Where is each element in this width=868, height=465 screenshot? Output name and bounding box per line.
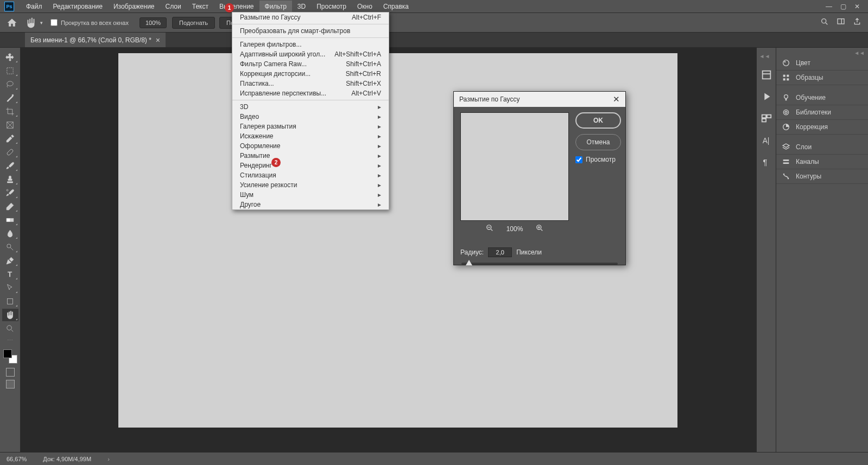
- filter-menu-item[interactable]: Искажение▸: [232, 131, 389, 141]
- filter-menu-item[interactable]: Коррекция дисторсии...Shift+Ctrl+R: [232, 69, 389, 79]
- status-zoom[interactable]: 66,67%: [7, 456, 27, 462]
- panel-adjustments[interactable]: Коррекция: [776, 120, 868, 135]
- hand-tool-icon[interactable]: [25, 17, 37, 29]
- panel-swatches[interactable]: Образцы: [776, 71, 868, 85]
- filter-menu-item[interactable]: Другое▸: [232, 200, 389, 209]
- zoom-tool[interactable]: [2, 322, 18, 335]
- share-icon[interactable]: [853, 17, 861, 28]
- filter-menu-item[interactable]: Преобразовать для смарт-фильтров: [232, 26, 389, 36]
- menu-file[interactable]: Файл: [21, 1, 48, 12]
- type-tool[interactable]: T: [2, 268, 18, 281]
- panel-learn[interactable]: Обучение: [776, 91, 868, 105]
- panel-libraries[interactable]: Библиотеки: [776, 105, 868, 120]
- menu-image[interactable]: Изображение: [108, 1, 160, 12]
- fit-button[interactable]: Подогнать: [172, 17, 215, 29]
- dialog-preview-checkbox[interactable]: Просмотр: [575, 156, 621, 163]
- stamp-tool[interactable]: [2, 173, 18, 186]
- filter-menu-item[interactable]: Размытие по ГауссуAlt+Ctrl+F: [232, 12, 389, 22]
- crop-tool[interactable]: [2, 105, 18, 118]
- zoom-field[interactable]: 100%: [140, 17, 167, 28]
- pen-tool[interactable]: [2, 254, 18, 267]
- radius-slider[interactable]: [461, 263, 618, 265]
- filter-menu-item[interactable]: Усиление резкости▸: [232, 180, 389, 190]
- brush-tool[interactable]: [2, 160, 18, 172]
- move-tool[interactable]: [2, 51, 18, 63]
- lasso-tool[interactable]: [2, 78, 18, 91]
- filter-menu-item[interactable]: Видео▸: [232, 112, 389, 122]
- filter-menu-item[interactable]: Стилизация▸: [232, 170, 389, 180]
- menu-help[interactable]: Справка: [378, 1, 414, 12]
- zoom-in-icon[interactable]: [536, 224, 543, 233]
- heal-tool[interactable]: [2, 146, 18, 158]
- filter-menu-item[interactable]: Галерея фильтров...: [232, 40, 389, 49]
- blur-tool[interactable]: [2, 227, 18, 240]
- color-swatches[interactable]: [3, 349, 17, 364]
- quickmask-toggle[interactable]: [6, 368, 15, 377]
- scroll-all-windows-checkbox[interactable]: Прокрутка во всех окнах: [50, 19, 129, 26]
- filter-menu-item[interactable]: Адаптивный широкий угол...Alt+Shift+Ctrl…: [232, 49, 389, 59]
- play-icon[interactable]: [761, 91, 772, 103]
- home-icon[interactable]: [7, 17, 17, 28]
- slider-handle[interactable]: [466, 260, 472, 265]
- wand-tool[interactable]: [2, 92, 18, 104]
- eraser-tool[interactable]: [2, 200, 18, 213]
- filter-menu-item[interactable]: Рендеринг▸: [232, 161, 389, 170]
- dock-collapse-icon[interactable]: ◄◄: [759, 53, 774, 59]
- filter-menu-item[interactable]: Оформление▸: [232, 141, 389, 151]
- zoom-out-icon[interactable]: [486, 224, 493, 233]
- minimize-button[interactable]: —: [822, 2, 835, 11]
- tab-close-icon[interactable]: ×: [156, 36, 160, 44]
- menu-filter[interactable]: Фильтр: [259, 1, 292, 12]
- eyedropper-tool[interactable]: [2, 132, 18, 145]
- dialog-close-icon[interactable]: ✕: [613, 94, 620, 104]
- history-brush-tool[interactable]: [2, 187, 18, 199]
- close-button[interactable]: ✕: [851, 2, 864, 11]
- foreground-color-swatch[interactable]: [3, 349, 12, 358]
- panel-channels[interactable]: Каналы: [776, 155, 868, 169]
- menu-window[interactable]: Окно: [352, 1, 378, 12]
- panel-layers[interactable]: Слои: [776, 140, 868, 155]
- filter-menu-item[interactable]: Фильтр Camera Raw...Shift+Ctrl+A: [232, 59, 389, 69]
- dialog-ok-button[interactable]: OK: [575, 112, 621, 129]
- dialog-cancel-button[interactable]: Отмена: [575, 134, 621, 150]
- svg-point-37: [783, 124, 789, 130]
- dock-collapse-icon-2[interactable]: ◄◄: [776, 50, 868, 56]
- menu-3d[interactable]: 3D: [292, 1, 311, 12]
- search-icon[interactable]: [820, 17, 829, 28]
- history-icon[interactable]: [761, 69, 772, 81]
- filter-menu-item[interactable]: Исправление перспективы...Alt+Ctrl+V: [232, 88, 389, 98]
- menu-layers[interactable]: Слои: [160, 1, 187, 12]
- workspace-icon[interactable]: [837, 17, 845, 28]
- filter-menu-item[interactable]: Галерея размытия▸: [232, 122, 389, 131]
- filter-menu-item[interactable]: Шум▸: [232, 190, 389, 200]
- filter-menu-item[interactable]: 3D▸: [232, 102, 389, 112]
- properties-icon[interactable]: [761, 112, 772, 124]
- hand-tool[interactable]: [2, 309, 18, 321]
- screenmode-toggle[interactable]: [6, 380, 15, 388]
- menu-select[interactable]: Выделение: [214, 1, 259, 12]
- menu-text[interactable]: Текст: [187, 1, 214, 12]
- panel-paths[interactable]: Контуры: [776, 169, 868, 184]
- status-doc[interactable]: Док: 4,90M/4,99M: [43, 456, 91, 462]
- marquee-tool[interactable]: [2, 65, 18, 77]
- menu-edit[interactable]: Редактирование: [48, 1, 108, 12]
- dialog-titlebar[interactable]: Размытие по Гауссу ✕: [454, 92, 625, 107]
- tools-overflow-icon[interactable]: ⋯: [7, 337, 13, 344]
- gradient-tool[interactable]: [2, 214, 18, 226]
- dodge-tool[interactable]: [2, 241, 18, 253]
- frame-tool[interactable]: [2, 119, 18, 131]
- filter-menu-item[interactable]: Размытие▸: [232, 151, 389, 161]
- panel-color[interactable]: Цвет: [776, 56, 868, 71]
- shape-tool[interactable]: [2, 295, 18, 308]
- paragraph-icon[interactable]: ¶: [761, 156, 772, 168]
- menu-view[interactable]: Просмотр: [311, 1, 352, 12]
- maximize-button[interactable]: ▢: [837, 2, 850, 11]
- document-tab[interactable]: Без имени-1 @ 66,7% (Слой 0, RGB/8) * ×: [25, 33, 166, 47]
- dropdown-chevron-icon[interactable]: ▾: [40, 20, 43, 26]
- filter-menu-item[interactable]: Пластика...Shift+Ctrl+X: [232, 79, 389, 88]
- character-icon[interactable]: A|: [761, 134, 772, 146]
- radius-input[interactable]: [488, 247, 512, 257]
- path-select-tool[interactable]: [2, 282, 18, 294]
- status-chevron-icon[interactable]: ›: [107, 456, 110, 462]
- dialog-preview[interactable]: [460, 112, 569, 221]
